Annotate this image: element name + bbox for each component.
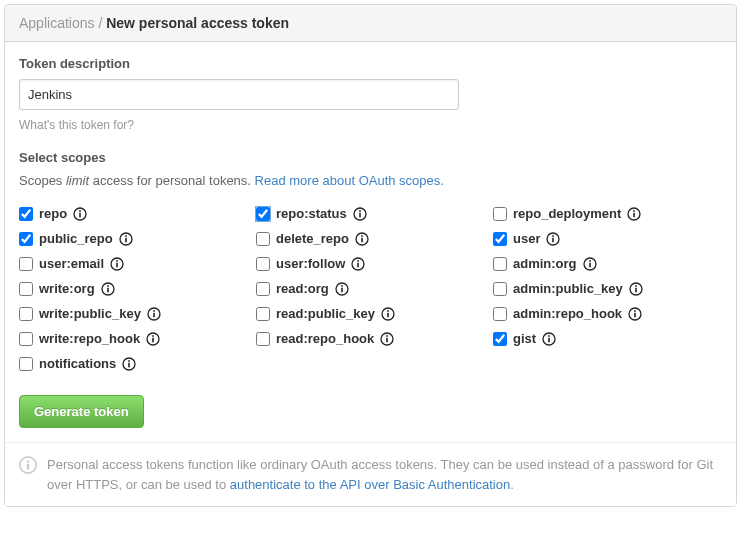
svg-rect-41 xyxy=(634,212,636,217)
breadcrumb-sep: / xyxy=(95,15,107,31)
scope-item-write-org: write:org xyxy=(19,281,248,296)
info-icon[interactable] xyxy=(146,332,160,346)
info-icon[interactable] xyxy=(546,232,560,246)
generate-token-button[interactable]: Generate token xyxy=(19,395,144,428)
scope-checkbox-repo-deployment[interactable] xyxy=(493,207,507,221)
scope-item-repo-status: repo:status xyxy=(256,206,485,221)
scope-label: read:org xyxy=(276,281,329,296)
svg-rect-29 xyxy=(358,262,360,267)
scope-label: admin:public_key xyxy=(513,281,623,296)
info-icon[interactable] xyxy=(335,282,349,296)
info-icon[interactable] xyxy=(147,307,161,321)
token-description-input[interactable] xyxy=(19,79,459,110)
scope-item-admin-public-key: admin:public_key xyxy=(493,281,722,296)
svg-rect-2 xyxy=(79,212,81,217)
scope-checkbox-read-public-key[interactable] xyxy=(256,307,270,321)
description-label: Token description xyxy=(19,56,722,71)
svg-rect-47 xyxy=(589,262,591,267)
scope-label: write:public_key xyxy=(39,306,141,321)
info-icon[interactable] xyxy=(629,282,643,296)
scope-checkbox-repo[interactable] xyxy=(19,207,33,221)
info-icon[interactable] xyxy=(381,307,395,321)
info-icon[interactable] xyxy=(627,207,641,221)
info-icon[interactable] xyxy=(101,282,115,296)
svg-rect-52 xyxy=(634,310,636,312)
token-panel: Applications / New personal access token… xyxy=(4,4,737,507)
scope-checkbox-write-repo-hook[interactable] xyxy=(19,332,33,346)
scope-checkbox-read-org[interactable] xyxy=(256,282,270,296)
scope-checkbox-public-repo[interactable] xyxy=(19,232,33,246)
svg-rect-13 xyxy=(153,310,155,312)
scope-item-write-repo-hook: write:repo_hook xyxy=(19,331,248,346)
scope-checkbox-read-repo-hook[interactable] xyxy=(256,332,270,346)
scope-label: delete_repo xyxy=(276,231,349,246)
breadcrumb-current: New personal access token xyxy=(106,15,289,31)
scope-checkbox-user[interactable] xyxy=(493,232,507,246)
scopes-section: Select scopes Scopes limit access for pe… xyxy=(19,150,722,428)
scope-label: write:org xyxy=(39,281,95,296)
svg-rect-14 xyxy=(153,312,155,317)
info-icon[interactable] xyxy=(583,257,597,271)
svg-rect-25 xyxy=(361,235,363,237)
footer-text: Personal access tokens function like ord… xyxy=(47,455,722,494)
scope-item-gist: gist xyxy=(493,331,722,346)
basic-auth-link[interactable]: authenticate to the API over Basic Authe… xyxy=(230,477,510,492)
svg-rect-28 xyxy=(358,260,360,262)
scope-checkbox-admin-public-key[interactable] xyxy=(493,282,507,296)
scope-label: user xyxy=(513,231,540,246)
info-icon[interactable] xyxy=(351,257,365,271)
svg-rect-26 xyxy=(361,237,363,242)
scope-item-user-follow: user:follow xyxy=(256,256,485,271)
svg-rect-53 xyxy=(634,312,636,317)
svg-rect-56 xyxy=(548,337,550,342)
svg-rect-50 xyxy=(635,287,637,292)
svg-rect-19 xyxy=(128,360,130,362)
scope-checkbox-admin-repo-hook[interactable] xyxy=(493,307,507,321)
scope-label: user:follow xyxy=(276,256,345,271)
svg-rect-49 xyxy=(635,285,637,287)
scope-checkbox-gist[interactable] xyxy=(493,332,507,346)
scope-label: user:email xyxy=(39,256,104,271)
scope-label: notifications xyxy=(39,356,116,371)
scope-checkbox-delete-repo[interactable] xyxy=(256,232,270,246)
svg-rect-40 xyxy=(634,210,636,212)
svg-rect-22 xyxy=(359,210,361,212)
oauth-scopes-link[interactable]: Read more about OAuth scopes. xyxy=(255,173,444,188)
scope-item-delete-repo: delete_repo xyxy=(256,231,485,246)
description-hint: What's this token for? xyxy=(19,118,722,132)
info-icon xyxy=(19,456,37,474)
scope-checkbox-user-email[interactable] xyxy=(19,257,33,271)
scope-checkbox-write-org[interactable] xyxy=(19,282,33,296)
scope-item-repo-deployment: repo_deployment xyxy=(493,206,722,221)
svg-rect-8 xyxy=(116,262,118,267)
scope-checkbox-user-follow[interactable] xyxy=(256,257,270,271)
breadcrumb-root: Applications xyxy=(19,15,95,31)
info-icon[interactable] xyxy=(110,257,124,271)
info-icon[interactable] xyxy=(353,207,367,221)
scope-item-notifications: notifications xyxy=(19,356,248,371)
svg-rect-17 xyxy=(152,337,154,342)
info-icon[interactable] xyxy=(119,232,133,246)
scope-label: repo xyxy=(39,206,67,221)
scope-item-read-org: read:org xyxy=(256,281,485,296)
svg-rect-16 xyxy=(152,335,154,337)
svg-rect-4 xyxy=(125,235,127,237)
info-icon[interactable] xyxy=(73,207,87,221)
scope-item-write-public-key: write:public_key xyxy=(19,306,248,321)
info-icon[interactable] xyxy=(380,332,394,346)
svg-rect-7 xyxy=(116,260,118,262)
info-icon[interactable] xyxy=(542,332,556,346)
scope-label: admin:org xyxy=(513,256,577,271)
scope-item-user-email: user:email xyxy=(19,256,248,271)
svg-rect-34 xyxy=(387,310,389,312)
scope-checkbox-notifications[interactable] xyxy=(19,357,33,371)
scope-checkbox-admin-org[interactable] xyxy=(493,257,507,271)
info-icon[interactable] xyxy=(628,307,642,321)
scope-checkbox-repo-status[interactable] xyxy=(256,207,270,221)
scope-label: read:repo_hook xyxy=(276,331,374,346)
info-icon[interactable] xyxy=(355,232,369,246)
info-icon[interactable] xyxy=(122,357,136,371)
scope-checkbox-write-public-key[interactable] xyxy=(19,307,33,321)
svg-rect-43 xyxy=(553,235,555,237)
scope-label: public_repo xyxy=(39,231,113,246)
